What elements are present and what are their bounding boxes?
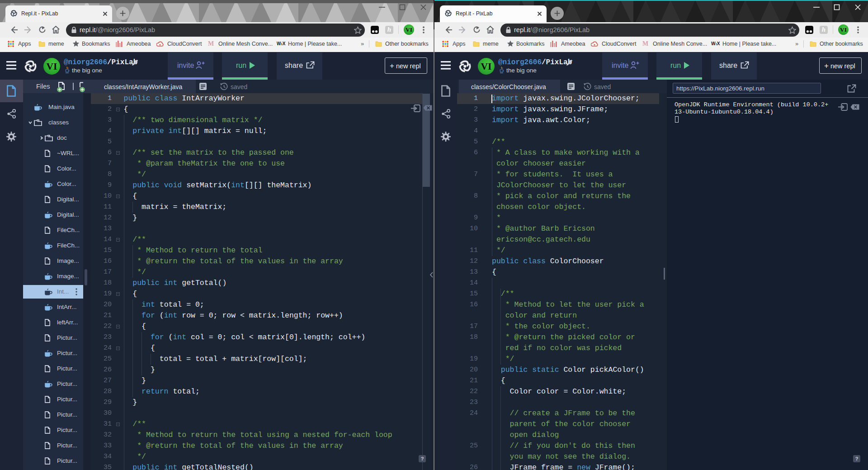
svg-text:VI: VI <box>481 61 492 72</box>
svg-text:VI: VI <box>840 26 847 33</box>
svg-text:VI: VI <box>406 26 412 33</box>
svg-text:VI: VI <box>47 61 57 72</box>
